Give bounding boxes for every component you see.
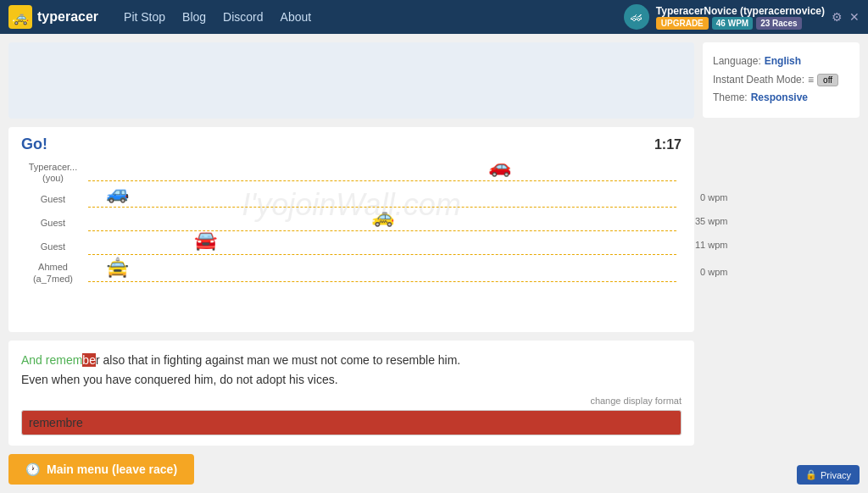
go-label: Go! (21, 136, 47, 153)
track-line-guest2: 🚕 35 wpm (88, 214, 676, 231)
track-label-ahmed: Ahmed(a_7med) (21, 262, 85, 284)
track-guest2: Guest 🚕 35 wpm (21, 214, 682, 231)
wpm-badge: 46 WPM (712, 17, 753, 30)
nav-blog[interactable]: Blog (182, 10, 206, 24)
theme-row: Theme: Responsive (713, 89, 849, 108)
track-guest3: Guest 🚘 11 wpm (21, 238, 682, 255)
track-line: 🚖 0 wpm (88, 265, 676, 282)
clock-icon: 🕐 (25, 463, 40, 476)
track-line: 🚘 11 wpm (88, 238, 676, 255)
privacy-label: Privacy (821, 470, 851, 480)
header: 🚕 typeracer Pit Stop Blog Discord About … (0, 0, 868, 34)
track-line-guest3: 🚘 11 wpm (88, 238, 676, 255)
text-error: be (82, 353, 96, 367)
instant-death-label: Instant Death Mode: (713, 71, 804, 90)
instant-death-toggle[interactable]: off (817, 74, 838, 86)
wpm-ahmed: 0 wpm (700, 267, 727, 277)
race-header: Go! 1:17 (21, 136, 682, 153)
track-ahmed: Ahmed(a_7med) 🚖 0 wpm (21, 262, 682, 284)
logo-area: 🚕 typeracer (8, 5, 98, 29)
races-badge: 23 Races (756, 17, 801, 30)
wpm-guest2: 35 wpm (695, 216, 728, 226)
car-guest1: 🚙 (106, 182, 129, 204)
track-label-you: Typeracer...(you) (21, 162, 85, 184)
nav-discord[interactable]: Discord (223, 10, 263, 24)
text-area: And remember also that in fighting again… (8, 341, 694, 446)
timer: 1:17 (654, 137, 682, 152)
user-stats: UPGRADE 46 WPM 23 Races (656, 17, 825, 30)
car-guest3: 🚘 (194, 230, 217, 252)
user-avatar: 🏎 (624, 4, 649, 30)
user-info: TyperacerNovice (typeracernovice) UPGRAD… (656, 5, 825, 30)
wpm-guest3: 11 wpm (695, 240, 728, 250)
instant-death-row: Instant Death Mode: ≡ off (713, 71, 849, 90)
track-label-guest1: Guest (21, 194, 85, 205)
main-content: Go! 1:17 I'yojoinWall.com Typeracer...(y… (0, 34, 868, 493)
main-menu-button[interactable]: 🕐 Main menu (leave race) (8, 454, 194, 485)
logo-text: typeracer (37, 9, 98, 25)
nav-pitstop[interactable]: Pit Stop (124, 10, 165, 24)
race-text: And remember also that in fighting again… (21, 351, 682, 389)
settings-box: Language: English Instant Death Mode: ≡ … (703, 42, 860, 118)
track-label-guest3: Guest (21, 241, 85, 252)
race-tracks: I'yojoinWall.com Typeracer...(you) 🚗 Gue… (21, 162, 682, 285)
shield-icon: 🔒 (805, 469, 817, 480)
track-line-you: 🚗 (88, 164, 676, 181)
track-label-guest2: Guest (21, 218, 85, 229)
list-icon: ≡ (808, 71, 814, 90)
wpm-guest1: 0 wpm (700, 192, 727, 202)
car-ahmed: 🚖 (106, 257, 129, 279)
gear-icon[interactable]: ⚙ (832, 10, 843, 24)
language-label: Language: (713, 53, 761, 71)
track-guest1: Guest 🚙 0 wpm (21, 191, 682, 208)
track-line: 🚗 (88, 164, 676, 181)
username-text: TyperacerNovice (typeracernovice) (656, 5, 825, 17)
track-line-ahmed: 🚖 0 wpm (88, 265, 676, 282)
track-line: 🚕 35 wpm (88, 214, 676, 231)
upgrade-button[interactable]: UPGRADE (656, 17, 709, 30)
text-completed: And remem (21, 353, 82, 367)
car-you: 🚗 (488, 156, 511, 178)
race-area: Go! 1:17 I'yojoinWall.com Typeracer...(y… (8, 127, 694, 332)
car-guest2: 🚕 (371, 206, 394, 228)
logo-icon: 🚕 (8, 5, 32, 29)
theme-label: Theme: (713, 89, 748, 108)
close-icon[interactable]: ✕ (849, 10, 860, 24)
ad-area (8, 42, 694, 119)
right-panel: Language: English Instant Death Mode: ≡ … (703, 42, 860, 485)
language-row: Language: English (713, 53, 849, 71)
nav-about[interactable]: About (281, 10, 312, 24)
theme-value: Responsive (751, 89, 808, 108)
typing-input[interactable] (21, 410, 682, 435)
track-you: Typeracer...(you) 🚗 (21, 162, 682, 184)
language-value: English (765, 53, 801, 71)
header-right: 🏎 TyperacerNovice (typeracernovice) UPGR… (624, 4, 860, 30)
change-display-link[interactable]: change display format (21, 396, 682, 406)
main-menu-label: Main menu (leave race) (47, 463, 177, 476)
privacy-button[interactable]: 🔒 Privacy (797, 465, 860, 485)
left-panel: Go! 1:17 I'yojoinWall.com Typeracer...(y… (8, 42, 694, 485)
